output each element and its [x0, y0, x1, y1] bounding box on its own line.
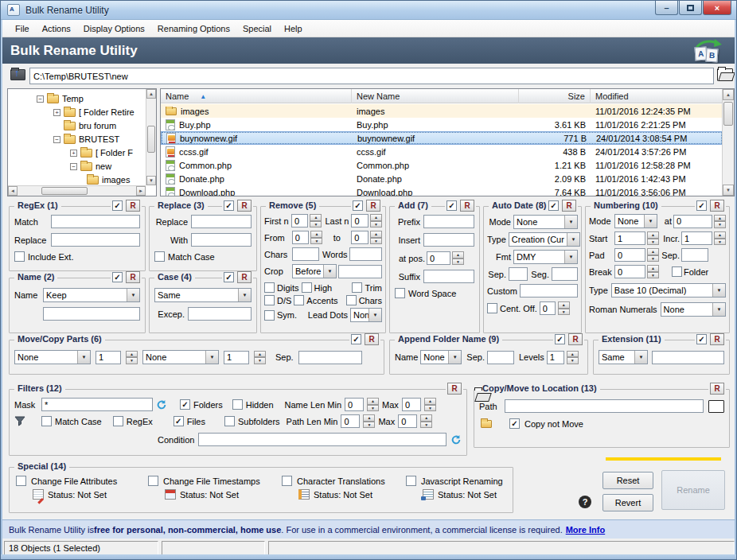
refresh-icon[interactable]	[450, 434, 462, 445]
menu-actions[interactable]: Actions	[36, 21, 77, 36]
part1-dropdown[interactable]: None▼	[14, 350, 91, 364]
spin-down-icon[interactable]: ▼	[367, 405, 379, 412]
break-input[interactable]	[614, 265, 645, 278]
name-len-max-input[interactable]	[402, 398, 421, 411]
append-folder-reset-button[interactable]: R	[568, 333, 583, 345]
filter-regex-checkbox[interactable]	[113, 416, 123, 426]
with-input[interactable]	[191, 233, 252, 247]
at-input[interactable]	[673, 215, 712, 228]
scroll-thumb[interactable]	[723, 102, 733, 126]
spin-down-icon[interactable]: ▼	[126, 357, 138, 364]
append-folder-enable-checkbox[interactable]: ✓	[555, 334, 565, 344]
incr-spinner[interactable]: ▲▼	[714, 231, 726, 245]
spin-down-icon[interactable]: ▼	[647, 272, 659, 279]
replace-input[interactable]	[191, 215, 252, 228]
spin-down-icon[interactable]: ▼	[363, 422, 375, 429]
replace-reset-button[interactable]: R	[237, 200, 252, 212]
insert-input[interactable]	[423, 233, 474, 247]
menu-special[interactable]: Special	[236, 21, 278, 36]
custom-input[interactable]	[520, 284, 578, 298]
path-len-max-spinner[interactable]: ▲▼	[420, 414, 432, 428]
mask-input[interactable]	[41, 398, 153, 411]
count1-spinner[interactable]: ▲▼	[126, 351, 138, 364]
scroll-thumb[interactable]	[41, 187, 88, 195]
remove-reset-button[interactable]: R	[366, 200, 380, 212]
accents-checkbox[interactable]	[294, 295, 304, 305]
auto-date-fmt-dropdown[interactable]: DMY▼	[513, 250, 578, 264]
regex-enable-checkbox[interactable]: ✓	[112, 200, 123, 211]
trim-checkbox[interactable]	[352, 282, 362, 293]
to-spinner[interactable]: ▲▼	[370, 231, 382, 244]
spin-down-icon[interactable]: ▼	[310, 238, 322, 245]
levels-spinner[interactable]: ▲▼	[567, 351, 579, 364]
break-spinner[interactable]: ▲▼	[647, 265, 659, 278]
suffix-input[interactable]	[423, 270, 474, 283]
spin-up-icon[interactable]: ▲	[254, 351, 266, 358]
at-pos-input[interactable]	[427, 251, 450, 265]
start-spinner[interactable]: ▲▼	[647, 231, 659, 245]
path-len-max-input[interactable]	[398, 414, 417, 428]
ds-checkbox[interactable]	[264, 295, 275, 305]
pad-input[interactable]	[614, 248, 645, 262]
name-enable-checkbox[interactable]: ✓	[112, 272, 123, 282]
spin-up-icon[interactable]: ▲	[567, 351, 579, 358]
spin-up-icon[interactable]: ▲	[370, 231, 382, 238]
path-len-min-input[interactable]	[341, 414, 360, 428]
name-len-max-spinner[interactable]: ▲▼	[424, 398, 436, 411]
case-reset-button[interactable]: R	[237, 271, 252, 283]
high-checkbox[interactable]	[302, 282, 312, 293]
numbering-sep-input[interactable]	[681, 248, 708, 262]
add-enable-checkbox[interactable]: ✓	[446, 200, 457, 211]
expander-icon[interactable]: +	[53, 109, 60, 116]
move-copy-sep-input[interactable]	[298, 351, 362, 364]
include-ext-checkbox[interactable]	[14, 251, 25, 262]
column-header-name[interactable]: Name▲	[161, 89, 352, 103]
browse-folder-icon[interactable]	[717, 68, 733, 81]
case-dropdown[interactable]: Same▼	[154, 288, 252, 302]
spin-down-icon[interactable]: ▼	[254, 357, 266, 364]
words-input[interactable]	[349, 247, 382, 261]
scroll-down-icon[interactable]: ▼	[146, 176, 156, 185]
javascript-renaming-checkbox[interactable]	[406, 476, 416, 486]
change-file-attributes-checkbox[interactable]	[16, 476, 26, 486]
file-row-donate-php[interactable]: Donate.php Donate.php 2.09 KB 11/01/2016…	[161, 172, 723, 185]
regex-reset-button[interactable]: R	[126, 200, 140, 212]
tree-item-folder-retire[interactable]: +[ Folder Retire	[53, 106, 135, 119]
expander-icon[interactable]: −	[37, 95, 44, 103]
spin-down-icon[interactable]: ▼	[558, 309, 570, 316]
tree-item-images[interactable]: images	[87, 173, 130, 186]
column-header-modified[interactable]: Modified	[591, 89, 723, 103]
folder-checkbox[interactable]	[672, 266, 682, 277]
spin-up-icon[interactable]: ▲	[126, 351, 138, 358]
more-info-link[interactable]: More Info	[566, 525, 606, 535]
digits-checkbox[interactable]	[264, 282, 275, 293]
spin-up-icon[interactable]: ▲	[647, 265, 659, 272]
condition-input[interactable]	[198, 433, 446, 446]
auto-date-reset-button[interactable]: R	[562, 200, 576, 212]
expander-icon[interactable]: −	[53, 136, 60, 143]
word-space-checkbox[interactable]	[395, 288, 405, 298]
spin-up-icon[interactable]: ▲	[714, 231, 726, 239]
name-extra-input[interactable]	[43, 307, 140, 321]
spin-down-icon[interactable]: ▼	[714, 239, 726, 246]
replace-enable-checkbox[interactable]: ✓	[224, 200, 234, 211]
filter-folders-checkbox[interactable]: ✓	[180, 399, 190, 410]
spin-up-icon[interactable]: ▲	[370, 214, 382, 221]
path-input[interactable]	[29, 68, 714, 84]
regex-match-input[interactable]	[51, 215, 140, 228]
chars-input[interactable]	[292, 247, 319, 261]
prefix-input[interactable]	[423, 215, 474, 228]
from-spinner[interactable]: ▲▼	[310, 231, 322, 244]
scroll-down-icon[interactable]: ▼	[723, 185, 734, 196]
expander-icon[interactable]: +	[70, 150, 77, 157]
count2-input[interactable]	[224, 351, 249, 364]
levels-input[interactable]	[547, 351, 564, 364]
extension-reset-button[interactable]: R	[710, 333, 724, 345]
rename-button[interactable]: Rename	[661, 470, 725, 510]
name-reset-button[interactable]: R	[126, 271, 140, 283]
auto-date-mode-dropdown[interactable]: None▼	[513, 215, 578, 229]
menu-file[interactable]: File	[9, 21, 36, 36]
name-dropdown[interactable]: Keep▼	[43, 288, 140, 302]
spin-down-icon[interactable]: ▼	[647, 255, 659, 262]
spin-up-icon[interactable]: ▲	[424, 398, 436, 405]
